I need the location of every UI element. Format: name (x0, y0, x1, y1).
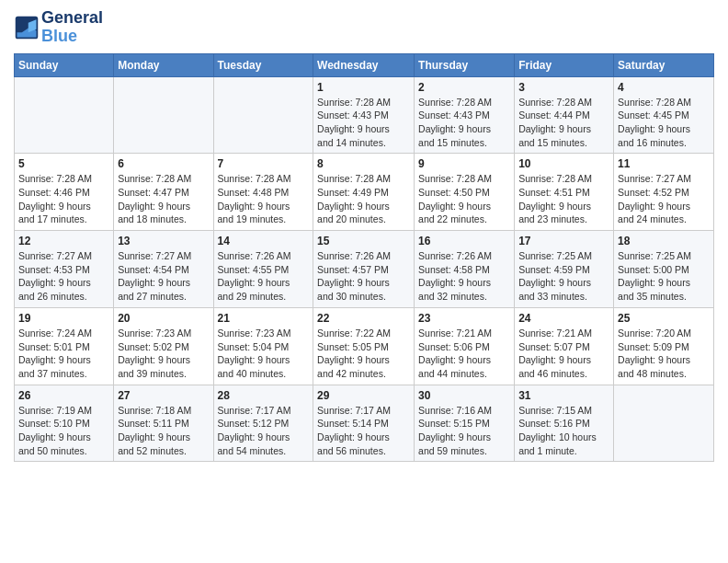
day-info: Sunrise: 7:27 AMSunset: 4:53 PMDaylight:… (18, 249, 109, 304)
empty-cell (114, 76, 213, 154)
day-info: Sunrise: 7:28 AMSunset: 4:47 PMDaylight:… (118, 172, 209, 226)
day-info: Sunrise: 7:28 AMSunset: 4:45 PMDaylight:… (618, 96, 710, 150)
day-number: 22 (317, 312, 410, 325)
day-info: Sunrise: 7:24 AMSunset: 5:01 PMDaylight:… (18, 327, 109, 381)
day-cell-7: 7Sunrise: 7:28 AMSunset: 4:48 PMDaylight… (213, 154, 313, 231)
logo-icon (14, 15, 40, 40)
day-cell-5: 5Sunrise: 7:28 AMSunset: 4:46 PMDaylight… (15, 154, 114, 231)
day-number: 10 (518, 157, 609, 170)
day-number: 3 (518, 81, 609, 94)
day-number: 7 (218, 157, 310, 170)
day-cell-28: 28Sunrise: 7:17 AMSunset: 5:12 PMDayligh… (213, 385, 313, 462)
day-info: Sunrise: 7:23 AMSunset: 5:04 PMDaylight:… (218, 327, 310, 381)
day-cell-3: 3Sunrise: 7:28 AMSunset: 4:44 PMDaylight… (515, 76, 614, 154)
day-cell-22: 22Sunrise: 7:22 AMSunset: 5:05 PMDayligh… (313, 307, 415, 385)
day-number: 18 (618, 235, 710, 247)
week-row-0: 1Sunrise: 7:28 AMSunset: 4:43 PMDaylight… (15, 76, 714, 154)
week-row-3: 19Sunrise: 7:24 AMSunset: 5:01 PMDayligh… (15, 307, 714, 385)
day-info: Sunrise: 7:28 AMSunset: 4:51 PMDaylight:… (518, 172, 609, 226)
day-number: 8 (317, 157, 410, 170)
day-info: Sunrise: 7:21 AMSunset: 5:07 PMDaylight:… (518, 327, 609, 381)
day-number: 4 (618, 81, 710, 94)
day-number: 9 (418, 157, 510, 170)
day-info: Sunrise: 7:19 AMSunset: 5:10 PMDaylight:… (18, 404, 109, 458)
day-cell-26: 26Sunrise: 7:19 AMSunset: 5:10 PMDayligh… (15, 385, 114, 462)
day-info: Sunrise: 7:17 AMSunset: 5:12 PMDaylight:… (218, 404, 310, 458)
day-number: 16 (418, 235, 510, 247)
day-number: 5 (18, 157, 109, 170)
day-info: Sunrise: 7:28 AMSunset: 4:49 PMDaylight:… (317, 172, 410, 226)
day-cell-16: 16Sunrise: 7:26 AMSunset: 4:58 PMDayligh… (415, 231, 515, 308)
day-info: Sunrise: 7:25 AMSunset: 5:00 PMDaylight:… (618, 249, 710, 304)
day-info: Sunrise: 7:27 AMSunset: 4:54 PMDaylight:… (118, 249, 209, 304)
calendar-page: General Blue SundayMondayTuesdayWednesda… (0, 0, 728, 563)
week-row-2: 12Sunrise: 7:27 AMSunset: 4:53 PMDayligh… (15, 231, 714, 308)
weekday-header-tuesday: Tuesday (213, 53, 313, 76)
day-cell-24: 24Sunrise: 7:21 AMSunset: 5:07 PMDayligh… (515, 307, 614, 385)
empty-cell (614, 385, 714, 462)
day-info: Sunrise: 7:28 AMSunset: 4:46 PMDaylight:… (18, 172, 109, 226)
day-number: 1 (317, 81, 410, 94)
week-row-4: 26Sunrise: 7:19 AMSunset: 5:10 PMDayligh… (15, 385, 714, 462)
day-number: 2 (418, 81, 510, 94)
day-number: 27 (118, 389, 209, 402)
day-info: Sunrise: 7:23 AMSunset: 5:02 PMDaylight:… (118, 327, 209, 381)
day-cell-27: 27Sunrise: 7:18 AMSunset: 5:11 PMDayligh… (114, 385, 213, 462)
day-number: 30 (418, 389, 510, 402)
day-number: 25 (618, 312, 710, 325)
day-cell-9: 9Sunrise: 7:28 AMSunset: 4:50 PMDaylight… (415, 154, 515, 231)
day-number: 19 (18, 312, 109, 325)
day-info: Sunrise: 7:28 AMSunset: 4:48 PMDaylight:… (218, 172, 310, 226)
day-info: Sunrise: 7:18 AMSunset: 5:11 PMDaylight:… (118, 404, 209, 458)
day-cell-14: 14Sunrise: 7:26 AMSunset: 4:55 PMDayligh… (213, 231, 313, 308)
weekday-header-wednesday: Wednesday (313, 53, 415, 76)
day-cell-11: 11Sunrise: 7:27 AMSunset: 4:52 PMDayligh… (614, 154, 714, 231)
empty-cell (15, 76, 114, 154)
day-number: 23 (418, 312, 510, 325)
day-number: 14 (218, 235, 310, 247)
empty-cell (213, 76, 313, 154)
weekday-header-row: SundayMondayTuesdayWednesdayThursdayFrid… (15, 53, 714, 76)
day-cell-17: 17Sunrise: 7:25 AMSunset: 4:59 PMDayligh… (515, 231, 614, 308)
day-info: Sunrise: 7:26 AMSunset: 4:58 PMDaylight:… (418, 249, 510, 304)
day-cell-29: 29Sunrise: 7:17 AMSunset: 5:14 PMDayligh… (313, 385, 415, 462)
day-cell-10: 10Sunrise: 7:28 AMSunset: 4:51 PMDayligh… (515, 154, 614, 231)
day-number: 21 (218, 312, 310, 325)
day-cell-21: 21Sunrise: 7:23 AMSunset: 5:04 PMDayligh… (213, 307, 313, 385)
day-number: 28 (218, 389, 310, 402)
day-number: 11 (618, 157, 710, 170)
day-info: Sunrise: 7:28 AMSunset: 4:43 PMDaylight:… (317, 96, 410, 150)
day-cell-4: 4Sunrise: 7:28 AMSunset: 4:45 PMDaylight… (614, 76, 714, 154)
day-cell-2: 2Sunrise: 7:28 AMSunset: 4:43 PMDaylight… (415, 76, 515, 154)
day-cell-31: 31Sunrise: 7:15 AMSunset: 5:16 PMDayligh… (515, 385, 614, 462)
day-cell-25: 25Sunrise: 7:20 AMSunset: 5:09 PMDayligh… (614, 307, 714, 385)
day-info: Sunrise: 7:20 AMSunset: 5:09 PMDaylight:… (618, 327, 710, 381)
day-cell-6: 6Sunrise: 7:28 AMSunset: 4:47 PMDaylight… (114, 154, 213, 231)
day-number: 17 (518, 235, 609, 247)
day-info: Sunrise: 7:26 AMSunset: 4:57 PMDaylight:… (317, 249, 410, 304)
day-number: 29 (317, 389, 410, 402)
weekday-header-saturday: Saturday (614, 53, 714, 76)
weekday-header-monday: Monday (114, 53, 213, 76)
day-info: Sunrise: 7:27 AMSunset: 4:52 PMDaylight:… (618, 172, 710, 226)
week-row-1: 5Sunrise: 7:28 AMSunset: 4:46 PMDaylight… (15, 154, 714, 231)
day-cell-12: 12Sunrise: 7:27 AMSunset: 4:53 PMDayligh… (15, 231, 114, 308)
day-info: Sunrise: 7:17 AMSunset: 5:14 PMDaylight:… (317, 404, 410, 458)
day-cell-1: 1Sunrise: 7:28 AMSunset: 4:43 PMDaylight… (313, 76, 415, 154)
day-info: Sunrise: 7:26 AMSunset: 4:55 PMDaylight:… (218, 249, 310, 304)
day-cell-15: 15Sunrise: 7:26 AMSunset: 4:57 PMDayligh… (313, 231, 415, 308)
day-info: Sunrise: 7:28 AMSunset: 4:43 PMDaylight:… (418, 96, 510, 150)
logo-text: General Blue (41, 9, 103, 46)
day-number: 24 (518, 312, 609, 325)
day-info: Sunrise: 7:21 AMSunset: 5:06 PMDaylight:… (418, 327, 510, 381)
day-cell-18: 18Sunrise: 7:25 AMSunset: 5:00 PMDayligh… (614, 231, 714, 308)
day-number: 15 (317, 235, 410, 247)
day-info: Sunrise: 7:22 AMSunset: 5:05 PMDaylight:… (317, 327, 410, 381)
day-cell-13: 13Sunrise: 7:27 AMSunset: 4:54 PMDayligh… (114, 231, 213, 308)
day-info: Sunrise: 7:16 AMSunset: 5:15 PMDaylight:… (418, 404, 510, 458)
weekday-header-sunday: Sunday (15, 53, 114, 76)
day-info: Sunrise: 7:28 AMSunset: 4:44 PMDaylight:… (518, 96, 609, 150)
day-info: Sunrise: 7:28 AMSunset: 4:50 PMDaylight:… (418, 172, 510, 226)
day-number: 26 (18, 389, 109, 402)
day-cell-8: 8Sunrise: 7:28 AMSunset: 4:49 PMDaylight… (313, 154, 415, 231)
